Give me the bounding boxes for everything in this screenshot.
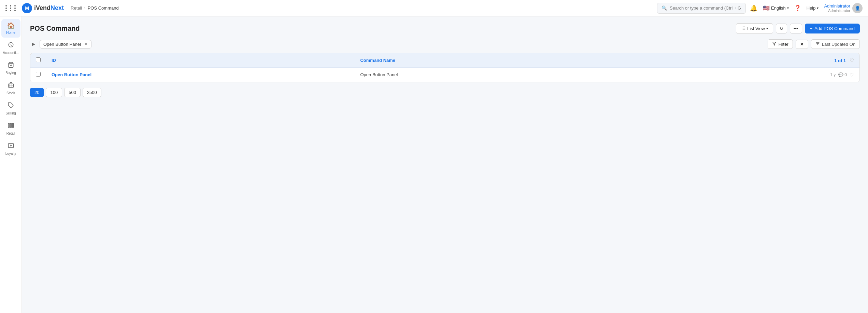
sidebar: 🏠 Home Accounti... Buying Stock Selli bbox=[0, 16, 22, 313]
filter-button[interactable]: Filter bbox=[768, 39, 793, 49]
sidebar-item-loyalty-label: Loyalty bbox=[5, 152, 16, 156]
loyalty-icon bbox=[8, 142, 14, 150]
more-options-icon: ••• bbox=[794, 26, 798, 31]
row-command-name-cell: Open Button Panel bbox=[355, 68, 649, 82]
page-size-500[interactable]: 500 bbox=[64, 88, 81, 97]
svg-rect-6 bbox=[12, 123, 13, 127]
page-actions: List View ▾ ↻ ••• + Add POS Command bbox=[736, 23, 860, 34]
count-label: 1 of 1 bbox=[834, 58, 846, 63]
table-header-command-name[interactable]: Command Name bbox=[355, 53, 649, 68]
table-row: Open Button Panel Open Button Panel 1 y … bbox=[30, 68, 859, 82]
data-table: ID Command Name 1 of 1 ♡ bbox=[30, 53, 859, 82]
breadcrumb-current: POS Command bbox=[88, 5, 119, 11]
user-menu[interactable]: Administrator Administrator 👤 bbox=[824, 3, 863, 13]
filter-tag-close-icon[interactable]: ✕ bbox=[84, 42, 88, 46]
search-bar[interactable]: 🔍 bbox=[657, 3, 746, 14]
stock-icon bbox=[8, 82, 14, 90]
search-icon: 🔍 bbox=[661, 5, 667, 11]
language-selector[interactable]: 🇺🇸 English ▾ bbox=[763, 5, 789, 11]
page-size-2500[interactable]: 2500 bbox=[83, 88, 101, 97]
row-command-name: Open Button Panel bbox=[360, 72, 398, 77]
sidebar-item-home[interactable]: 🏠 Home bbox=[1, 19, 20, 38]
search-input[interactable] bbox=[670, 5, 741, 11]
filter-x-icon: ✕ bbox=[800, 42, 804, 47]
add-icon: + bbox=[810, 26, 813, 31]
table-header: ID Command Name 1 of 1 ♡ bbox=[30, 53, 859, 68]
sidebar-item-buying-label: Buying bbox=[5, 71, 16, 75]
language-flag: 🇺🇸 bbox=[763, 5, 770, 11]
list-view-chevron-icon: ▾ bbox=[766, 27, 768, 30]
sidebar-item-selling[interactable]: Selling bbox=[1, 99, 20, 118]
svg-marker-14 bbox=[772, 42, 776, 45]
select-all-checkbox[interactable] bbox=[36, 57, 41, 62]
sidebar-item-accounting[interactable]: Accounti... bbox=[1, 39, 20, 58]
selling-icon bbox=[8, 102, 14, 110]
sidebar-item-loyalty[interactable]: Loyalty bbox=[1, 140, 20, 159]
page-size-100[interactable]: 100 bbox=[46, 88, 62, 97]
command-name-column-label: Command Name bbox=[360, 58, 395, 63]
data-table-container: ID Command Name 1 of 1 ♡ bbox=[30, 53, 860, 82]
row-like-icon[interactable]: ♡ bbox=[850, 72, 854, 78]
count-heart-icon[interactable]: ♡ bbox=[850, 58, 854, 63]
filter-bar-right: Filter ✕ Last Updated On bbox=[768, 39, 860, 49]
topnav-right-section: 🔔 🇺🇸 English ▾ ❓ Help ▾ Administrator Ad… bbox=[750, 3, 863, 13]
user-avatar[interactable]: 👤 bbox=[852, 3, 863, 13]
sort-label: Last Updated On bbox=[822, 42, 855, 47]
app-grid-icon[interactable] bbox=[5, 5, 18, 11]
language-label: English bbox=[771, 5, 786, 11]
filter-label: Filter bbox=[779, 42, 788, 47]
sidebar-item-selling-label: Selling bbox=[5, 111, 16, 115]
breadcrumb-separator: › bbox=[84, 5, 85, 11]
more-options-button[interactable]: ••• bbox=[790, 24, 802, 33]
sort-icon bbox=[815, 41, 820, 47]
row-meta: 1 y 💬 0 ♡ bbox=[654, 72, 854, 78]
page-size-20[interactable]: 20 bbox=[30, 88, 44, 97]
help-label: Help bbox=[807, 5, 816, 11]
row-comment-count: 💬 0 bbox=[838, 72, 847, 77]
sidebar-item-retail[interactable]: Retail bbox=[1, 120, 20, 138]
list-view-icon bbox=[741, 26, 746, 31]
list-view-button[interactable]: List View ▾ bbox=[736, 23, 773, 34]
logo-text: iVendNext bbox=[34, 4, 64, 12]
app-logo[interactable]: M iVendNext bbox=[22, 3, 64, 13]
row-checkbox[interactable] bbox=[36, 72, 41, 77]
filter-bar: ▶ Open Button Panel ✕ Filter ✕ bbox=[30, 39, 860, 49]
row-meta-cell: 1 y 💬 0 ♡ bbox=[649, 68, 859, 82]
sidebar-item-retail-label: Retail bbox=[6, 132, 15, 136]
table-body: Open Button Panel Open Button Panel 1 y … bbox=[30, 68, 859, 82]
sort-button[interactable]: Last Updated On bbox=[811, 39, 860, 49]
accounting-icon bbox=[8, 42, 14, 50]
comment-icon: 💬 bbox=[838, 72, 843, 77]
user-name: Administrator bbox=[824, 3, 850, 9]
help-selector[interactable]: Help ▾ bbox=[807, 5, 819, 11]
filter-icon bbox=[772, 41, 777, 47]
svg-rect-5 bbox=[10, 123, 11, 127]
refresh-icon: ↻ bbox=[780, 26, 783, 31]
list-view-label: List View bbox=[747, 26, 765, 31]
table-header-id[interactable]: ID bbox=[46, 53, 355, 68]
notification-button[interactable]: 🔔 bbox=[750, 4, 757, 12]
sidebar-item-buying[interactable]: Buying bbox=[1, 59, 20, 78]
refresh-button[interactable]: ↻ bbox=[776, 24, 787, 33]
add-pos-command-button[interactable]: + Add POS Command bbox=[805, 24, 860, 33]
filter-close-button[interactable]: ✕ bbox=[796, 40, 808, 49]
add-button-label: Add POS Command bbox=[814, 26, 855, 31]
home-icon: 🏠 bbox=[7, 22, 15, 29]
active-filter-tag[interactable]: Open Button Panel ✕ bbox=[40, 40, 91, 49]
sidebar-item-accounting-label: Accounti... bbox=[3, 51, 19, 55]
top-navigation: M iVendNext Retail › POS Command 🔍 🔔 🇺🇸 … bbox=[0, 0, 868, 16]
user-info: Administrator Administrator bbox=[824, 3, 850, 13]
row-id-link[interactable]: Open Button Panel bbox=[52, 72, 91, 77]
table-header-count: 1 of 1 ♡ bbox=[649, 53, 859, 68]
collapse-arrow-icon[interactable]: ▶ bbox=[30, 41, 37, 47]
table-header-checkbox bbox=[30, 53, 46, 68]
id-column-label: ID bbox=[52, 58, 56, 63]
sidebar-item-home-label: Home bbox=[6, 31, 15, 35]
help-icon-button[interactable]: ❓ bbox=[794, 5, 801, 11]
sidebar-item-stock[interactable]: Stock bbox=[1, 79, 20, 98]
user-role: Administrator bbox=[824, 9, 850, 13]
row-time-ago: 1 y bbox=[830, 72, 836, 77]
breadcrumb-parent[interactable]: Retail bbox=[71, 5, 82, 11]
comment-count-value: 0 bbox=[844, 72, 847, 77]
logo-circle: M bbox=[22, 3, 32, 13]
